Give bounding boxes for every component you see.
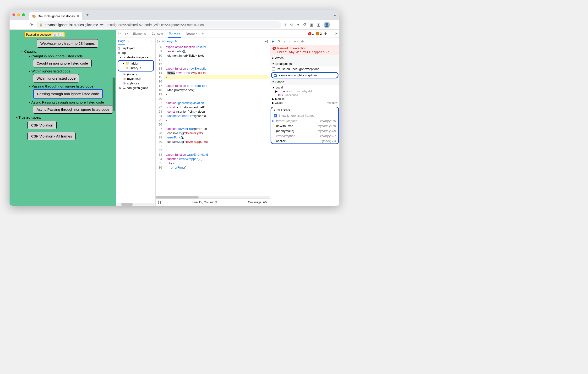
scope-global[interactable]: ▶ GlobalWindow: [272, 101, 337, 105]
navigator-kebab-icon[interactable]: ⋮: [150, 40, 153, 43]
pause-caught-checkbox[interactable]: Pause on caught exceptions: [272, 73, 338, 78]
titlebar: 🎨 DevTools ignore list stories ✕ + ⌄: [10, 10, 339, 20]
callstack-frame[interactable]: doWithErrormycode.js:18: [271, 123, 338, 128]
minimize-window-button[interactable]: [17, 13, 20, 16]
navigator-tab-page[interactable]: Page: [118, 38, 125, 45]
kebab-icon[interactable]: ⋮: [329, 32, 333, 35]
passing-button[interactable]: Passing through non ignore listed code: [33, 89, 103, 98]
profile-avatar[interactable]: 👤: [324, 22, 330, 28]
close-window-button[interactable]: [12, 13, 15, 16]
csp-violation-all-button[interactable]: CSP Violation - All frames: [28, 132, 75, 140]
scope-exception[interactable]: ▶Exception: Error: Why did t: [272, 89, 337, 93]
errors-badge[interactable]: ✕1: [308, 32, 314, 35]
settings-icon[interactable]: ⚙: [324, 32, 327, 35]
browser-tab[interactable]: 🎨 DevTools ignore list stories ✕: [29, 12, 82, 20]
page-viewport: Paused in debugger ▶ ↷ WebAssembly trap …: [10, 30, 116, 206]
tree-mycode-js[interactable]: 🗎mycode.js: [116, 76, 155, 81]
tree-hidden-folder[interactable]: ▼📁hidden: [119, 61, 153, 66]
step-into-button[interactable]: ↓: [284, 40, 285, 43]
callstack-frame[interactable]: onclick(index):83: [271, 139, 338, 143]
extensions-icon[interactable]: ✦: [297, 22, 300, 27]
callstack-frame[interactable]: errorWrapperlibrary.js:37: [271, 133, 338, 139]
resume-button[interactable]: ▶: [272, 40, 274, 43]
window-controls: [12, 13, 25, 16]
code-horizontal-scrollbar[interactable]: [156, 196, 270, 198]
tree-top[interactable]: ▭top: [116, 51, 155, 55]
back-button[interactable]: ←: [12, 22, 18, 27]
step-over-button[interactable]: ↷: [278, 40, 280, 43]
navigator-more-icon[interactable]: »: [127, 40, 129, 43]
callstack-frame[interactable]: (anonymous)mycode.js:89: [271, 128, 338, 133]
share-icon[interactable]: ⇪: [284, 22, 287, 27]
extension-icon-2[interactable]: ◫: [317, 22, 320, 27]
labs-icon[interactable]: ⚗: [303, 22, 306, 27]
trusted-header: Trusted types:: [18, 115, 41, 119]
file-tab-library[interactable]: library.js ✕: [162, 40, 177, 43]
tab-elements[interactable]: Elements: [132, 30, 147, 38]
callstack-panel-header[interactable]: ▼Call Stack: [271, 107, 338, 113]
deactivate-breakpoints-button[interactable]: ⊘: [301, 40, 304, 43]
caught-button[interactable]: Caught in non ignore listed code: [33, 59, 92, 67]
code-area[interactable]: 8910111213141516171819202122232425262728…: [156, 45, 270, 196]
scope-panel-header[interactable]: ▼Scope: [270, 79, 339, 85]
bookmark-icon[interactable]: ☆: [290, 22, 293, 27]
tab-sources[interactable]: Sources: [168, 30, 181, 38]
paused-on-exception: ✕Paused on exception Error: Why did this…: [270, 45, 339, 55]
close-file-icon[interactable]: ✕: [175, 40, 177, 43]
tree-deployed[interactable]: ◳Deployed: [116, 46, 155, 51]
breakpoints-panel-header[interactable]: ▼Breakpoints: [270, 61, 339, 66]
page-scrollbar[interactable]: [113, 77, 115, 111]
tabs-dropdown-icon[interactable]: ⌄: [334, 13, 336, 17]
wasm-trap-button[interactable]: WebAssembly trap - no JS frames: [37, 39, 98, 48]
step-out-button[interactable]: ↑: [289, 40, 290, 43]
callstack-highlight: ▼Call Stack Show ignore-listed frames th…: [271, 107, 339, 144]
tree-index[interactable]: 🗎(index): [116, 72, 155, 76]
inspect-icon[interactable]: ⬚: [118, 32, 121, 35]
tab-network[interactable]: Network: [185, 30, 198, 38]
resume-icon[interactable]: ▶: [53, 33, 58, 37]
scope-local[interactable]: ▼Local: [272, 85, 337, 89]
pause-uncaught-checkbox[interactable]: Pause on uncaught exceptions: [270, 66, 339, 72]
scope-module[interactable]: ▶Module: [272, 97, 337, 101]
warnings-badge[interactable]: !2: [316, 32, 322, 35]
tree-origin[interactable]: ▼☁devtools-ignore...: [116, 55, 155, 60]
navigator-scrollbar[interactable]: [116, 203, 155, 206]
tree-style-css[interactable]: 🗎style.css: [116, 81, 155, 85]
tab-console[interactable]: Console: [151, 30, 164, 38]
url-path: /#:~:text=ignore%20listed%20code-,Within…: [100, 23, 207, 27]
debugger-toolbar: ▶ ↷ ↓ ↑ →• ⊘: [270, 38, 339, 45]
tree-highlight: ▼📁hidden 🗎library.js: [118, 60, 154, 72]
async-button[interactable]: Async Passing through non ignore listed …: [33, 105, 113, 114]
close-tab-button[interactable]: ✕: [77, 14, 79, 18]
step-over-icon[interactable]: ↷: [58, 33, 63, 37]
maximize-window-button[interactable]: [22, 13, 25, 16]
more-tabs-icon[interactable]: »: [202, 32, 204, 35]
editor-status-bar: { } Line 15, Column 3 Coverage: n/a: [156, 198, 270, 206]
file-tree: ◳Deployed ▭top ▼☁devtools-ignore... ▼📁hi…: [116, 45, 155, 91]
tree-library-js[interactable]: 🗎library.js: [119, 66, 153, 70]
toggle-sidebar-icon[interactable]: ▸⫿: [265, 40, 268, 43]
menu-icon[interactable]: ⋮: [333, 22, 337, 27]
close-devtools-icon[interactable]: ✕: [335, 32, 337, 35]
within-li: Within ignore listed code: [32, 69, 71, 73]
new-tab-button[interactable]: +: [86, 12, 89, 18]
within-button[interactable]: Within ignore listed code: [33, 74, 79, 83]
watch-panel-header[interactable]: ▶Watch: [270, 55, 339, 61]
show-ignored-frames-checkbox[interactable]: Show ignore-listed frames: [271, 113, 338, 118]
tree-cdn[interactable]: ▶☁cdn.glitch.globa: [116, 85, 155, 90]
scope-this: this:undefined: [272, 93, 337, 97]
csp-violation-button[interactable]: CSP Violation: [28, 121, 57, 129]
code-lines: export async function unsafeS await dela…: [164, 45, 270, 196]
toggle-nav-icon[interactable]: ⫿◂: [157, 40, 160, 43]
devtools-body: Page » ⋮ ◳Deployed ▭top ▼☁devtools-ignor…: [116, 38, 339, 206]
forward-button[interactable]: →: [20, 22, 26, 27]
extension-icon-1[interactable]: ▣: [310, 22, 313, 27]
address-bar[interactable]: 🔒 devtools-ignore-list-stories.glitch.me…: [36, 21, 281, 28]
tab-title: DevTools ignore list stories: [38, 14, 75, 18]
reload-button[interactable]: ⟳: [28, 22, 34, 28]
format-icon[interactable]: { }: [158, 200, 161, 204]
callstack-frame[interactable]: throwExceptionlibrary.js:15: [271, 118, 338, 123]
device-icon[interactable]: ⫿▯: [125, 32, 128, 35]
tab-favicon: 🎨: [32, 14, 36, 18]
step-button[interactable]: →•: [294, 40, 298, 43]
